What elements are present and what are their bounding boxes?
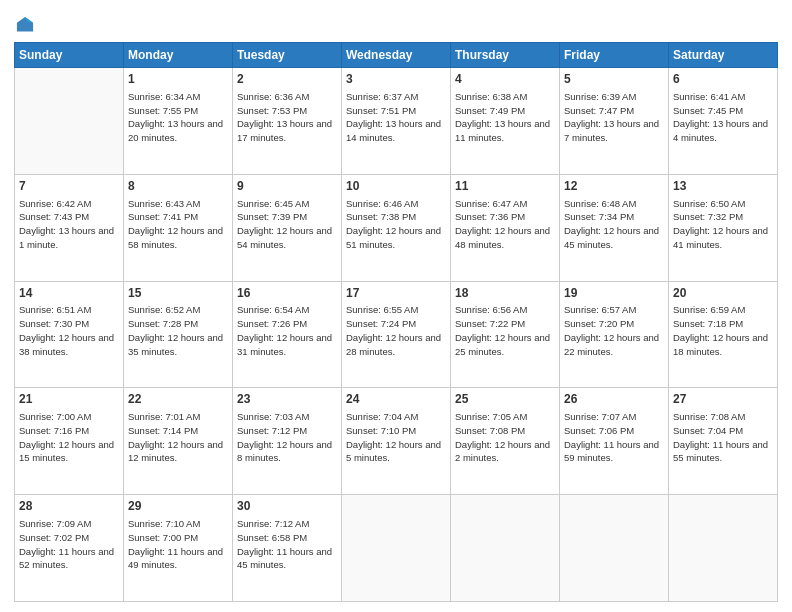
calendar-cell: 18Sunrise: 6:56 AMSunset: 7:22 PMDayligh…	[451, 281, 560, 388]
calendar-cell: 27Sunrise: 7:08 AMSunset: 7:04 PMDayligh…	[669, 388, 778, 495]
day-info: Sunrise: 7:10 AMSunset: 7:00 PMDaylight:…	[128, 517, 228, 572]
calendar-cell	[15, 68, 124, 175]
calendar-cell: 10Sunrise: 6:46 AMSunset: 7:38 PMDayligh…	[342, 174, 451, 281]
day-info: Sunrise: 6:50 AMSunset: 7:32 PMDaylight:…	[673, 197, 773, 252]
calendar-cell: 14Sunrise: 6:51 AMSunset: 7:30 PMDayligh…	[15, 281, 124, 388]
day-number: 12	[564, 178, 664, 195]
weekday-header: Sunday	[15, 43, 124, 68]
day-info: Sunrise: 6:39 AMSunset: 7:47 PMDaylight:…	[564, 90, 664, 145]
weekday-header: Thursday	[451, 43, 560, 68]
day-info: Sunrise: 6:52 AMSunset: 7:28 PMDaylight:…	[128, 303, 228, 358]
day-info: Sunrise: 7:04 AMSunset: 7:10 PMDaylight:…	[346, 410, 446, 465]
calendar-cell: 3Sunrise: 6:37 AMSunset: 7:51 PMDaylight…	[342, 68, 451, 175]
calendar-cell: 24Sunrise: 7:04 AMSunset: 7:10 PMDayligh…	[342, 388, 451, 495]
day-info: Sunrise: 6:38 AMSunset: 7:49 PMDaylight:…	[455, 90, 555, 145]
day-info: Sunrise: 6:46 AMSunset: 7:38 PMDaylight:…	[346, 197, 446, 252]
day-info: Sunrise: 7:07 AMSunset: 7:06 PMDaylight:…	[564, 410, 664, 465]
weekday-header: Tuesday	[233, 43, 342, 68]
day-number: 18	[455, 285, 555, 302]
calendar-cell: 11Sunrise: 6:47 AMSunset: 7:36 PMDayligh…	[451, 174, 560, 281]
day-info: Sunrise: 6:34 AMSunset: 7:55 PMDaylight:…	[128, 90, 228, 145]
day-number: 5	[564, 71, 664, 88]
day-number: 11	[455, 178, 555, 195]
calendar-cell	[451, 495, 560, 602]
calendar-cell: 13Sunrise: 6:50 AMSunset: 7:32 PMDayligh…	[669, 174, 778, 281]
day-number: 7	[19, 178, 119, 195]
calendar-week-row: 14Sunrise: 6:51 AMSunset: 7:30 PMDayligh…	[15, 281, 778, 388]
calendar-week-row: 21Sunrise: 7:00 AMSunset: 7:16 PMDayligh…	[15, 388, 778, 495]
day-number: 1	[128, 71, 228, 88]
day-number: 6	[673, 71, 773, 88]
calendar-cell: 12Sunrise: 6:48 AMSunset: 7:34 PMDayligh…	[560, 174, 669, 281]
calendar-cell: 1Sunrise: 6:34 AMSunset: 7:55 PMDaylight…	[124, 68, 233, 175]
header	[14, 10, 778, 36]
calendar-cell: 29Sunrise: 7:10 AMSunset: 7:00 PMDayligh…	[124, 495, 233, 602]
day-info: Sunrise: 6:56 AMSunset: 7:22 PMDaylight:…	[455, 303, 555, 358]
day-number: 26	[564, 391, 664, 408]
calendar-cell: 23Sunrise: 7:03 AMSunset: 7:12 PMDayligh…	[233, 388, 342, 495]
calendar-header-row: SundayMondayTuesdayWednesdayThursdayFrid…	[15, 43, 778, 68]
day-number: 17	[346, 285, 446, 302]
calendar-cell: 22Sunrise: 7:01 AMSunset: 7:14 PMDayligh…	[124, 388, 233, 495]
svg-marker-0	[17, 17, 33, 32]
day-number: 30	[237, 498, 337, 515]
calendar-cell: 2Sunrise: 6:36 AMSunset: 7:53 PMDaylight…	[233, 68, 342, 175]
day-number: 8	[128, 178, 228, 195]
day-info: Sunrise: 7:08 AMSunset: 7:04 PMDaylight:…	[673, 410, 773, 465]
day-number: 19	[564, 285, 664, 302]
calendar-cell	[560, 495, 669, 602]
calendar-cell: 8Sunrise: 6:43 AMSunset: 7:41 PMDaylight…	[124, 174, 233, 281]
logo-icon	[14, 14, 36, 36]
day-info: Sunrise: 6:36 AMSunset: 7:53 PMDaylight:…	[237, 90, 337, 145]
day-number: 2	[237, 71, 337, 88]
weekday-header: Saturday	[669, 43, 778, 68]
calendar-cell: 20Sunrise: 6:59 AMSunset: 7:18 PMDayligh…	[669, 281, 778, 388]
calendar-cell: 16Sunrise: 6:54 AMSunset: 7:26 PMDayligh…	[233, 281, 342, 388]
calendar-cell: 4Sunrise: 6:38 AMSunset: 7:49 PMDaylight…	[451, 68, 560, 175]
day-info: Sunrise: 6:37 AMSunset: 7:51 PMDaylight:…	[346, 90, 446, 145]
calendar-cell: 26Sunrise: 7:07 AMSunset: 7:06 PMDayligh…	[560, 388, 669, 495]
calendar-cell: 5Sunrise: 6:39 AMSunset: 7:47 PMDaylight…	[560, 68, 669, 175]
day-info: Sunrise: 6:54 AMSunset: 7:26 PMDaylight:…	[237, 303, 337, 358]
calendar-cell: 25Sunrise: 7:05 AMSunset: 7:08 PMDayligh…	[451, 388, 560, 495]
day-info: Sunrise: 6:41 AMSunset: 7:45 PMDaylight:…	[673, 90, 773, 145]
day-info: Sunrise: 6:42 AMSunset: 7:43 PMDaylight:…	[19, 197, 119, 252]
day-info: Sunrise: 7:01 AMSunset: 7:14 PMDaylight:…	[128, 410, 228, 465]
day-number: 9	[237, 178, 337, 195]
weekday-header: Wednesday	[342, 43, 451, 68]
day-number: 15	[128, 285, 228, 302]
calendar-cell: 17Sunrise: 6:55 AMSunset: 7:24 PMDayligh…	[342, 281, 451, 388]
day-info: Sunrise: 7:00 AMSunset: 7:16 PMDaylight:…	[19, 410, 119, 465]
day-info: Sunrise: 6:47 AMSunset: 7:36 PMDaylight:…	[455, 197, 555, 252]
day-info: Sunrise: 6:48 AMSunset: 7:34 PMDaylight:…	[564, 197, 664, 252]
page: SundayMondayTuesdayWednesdayThursdayFrid…	[0, 0, 792, 612]
day-number: 13	[673, 178, 773, 195]
calendar-cell: 9Sunrise: 6:45 AMSunset: 7:39 PMDaylight…	[233, 174, 342, 281]
day-info: Sunrise: 7:09 AMSunset: 7:02 PMDaylight:…	[19, 517, 119, 572]
calendar-week-row: 1Sunrise: 6:34 AMSunset: 7:55 PMDaylight…	[15, 68, 778, 175]
day-number: 14	[19, 285, 119, 302]
day-info: Sunrise: 7:12 AMSunset: 6:58 PMDaylight:…	[237, 517, 337, 572]
day-number: 25	[455, 391, 555, 408]
weekday-header: Friday	[560, 43, 669, 68]
day-number: 22	[128, 391, 228, 408]
day-info: Sunrise: 7:05 AMSunset: 7:08 PMDaylight:…	[455, 410, 555, 465]
day-info: Sunrise: 6:51 AMSunset: 7:30 PMDaylight:…	[19, 303, 119, 358]
day-number: 4	[455, 71, 555, 88]
day-number: 27	[673, 391, 773, 408]
day-info: Sunrise: 6:45 AMSunset: 7:39 PMDaylight:…	[237, 197, 337, 252]
calendar-week-row: 28Sunrise: 7:09 AMSunset: 7:02 PMDayligh…	[15, 495, 778, 602]
weekday-header: Monday	[124, 43, 233, 68]
day-number: 28	[19, 498, 119, 515]
day-number: 21	[19, 391, 119, 408]
calendar-cell: 19Sunrise: 6:57 AMSunset: 7:20 PMDayligh…	[560, 281, 669, 388]
day-info: Sunrise: 6:55 AMSunset: 7:24 PMDaylight:…	[346, 303, 446, 358]
day-number: 24	[346, 391, 446, 408]
day-info: Sunrise: 6:57 AMSunset: 7:20 PMDaylight:…	[564, 303, 664, 358]
calendar-cell: 6Sunrise: 6:41 AMSunset: 7:45 PMDaylight…	[669, 68, 778, 175]
logo	[14, 10, 40, 36]
calendar-table: SundayMondayTuesdayWednesdayThursdayFrid…	[14, 42, 778, 602]
day-info: Sunrise: 7:03 AMSunset: 7:12 PMDaylight:…	[237, 410, 337, 465]
day-number: 23	[237, 391, 337, 408]
day-number: 20	[673, 285, 773, 302]
